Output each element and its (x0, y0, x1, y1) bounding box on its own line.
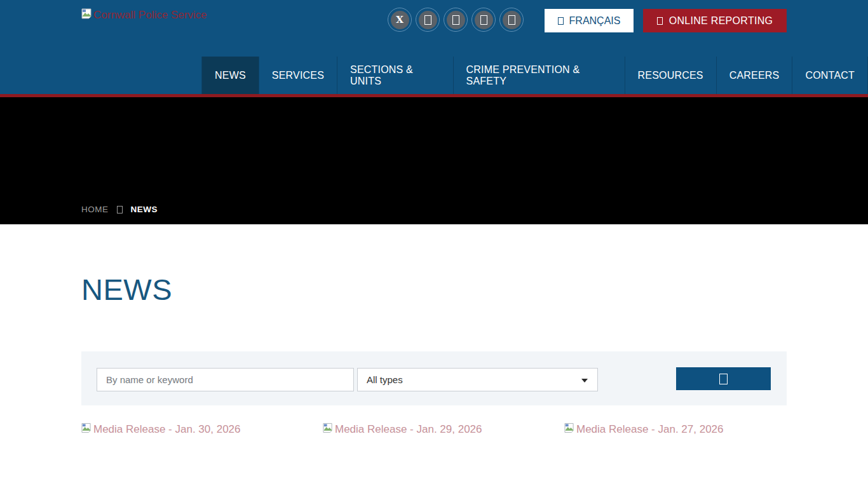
broken-image-icon (564, 423, 574, 436)
breadcrumb-home-link[interactable]: HOME (81, 205, 109, 214)
social-button-4[interactable] (471, 8, 496, 32)
social-icon-placeholder (447, 11, 465, 29)
site-header: Cornwall Police Service X FRANÇAIS ONLIN… (0, 0, 868, 94)
search-button[interactable] (676, 367, 771, 390)
type-select[interactable]: All types (357, 368, 598, 391)
social-icon-placeholder (503, 11, 521, 29)
chevron-right-icon-placeholder (117, 206, 123, 214)
hero-banner: HOME NEWS (0, 97, 868, 224)
broken-image-icon (323, 423, 333, 436)
media-release-link-1[interactable]: Media Release - Jan. 30, 2026 (81, 423, 241, 436)
media-release-title: Media Release - Jan. 29, 2026 (335, 423, 482, 436)
media-release-title: Media Release - Jan. 30, 2026 (93, 423, 241, 436)
nav-item-crime-prevention[interactable]: CRIME PREVENTION & SAFETY (454, 57, 625, 94)
social-button-5[interactable] (499, 8, 524, 32)
news-card: Media Release - Jan. 29, 2026 (323, 423, 564, 436)
breadcrumb-current: NEWS (131, 205, 158, 214)
chevron-down-icon (581, 379, 588, 383)
main-nav: NEWS SERVICES SECTIONS & UNITS CRIME PRE… (201, 57, 868, 94)
keyword-search-input[interactable] (97, 368, 354, 391)
news-card: Media Release - Jan. 27, 2026 (564, 423, 806, 436)
nav-item-resources[interactable]: RESOURCES (625, 57, 717, 94)
news-results: Media Release - Jan. 30, 2026 Media Rele… (81, 423, 806, 436)
nav-item-careers[interactable]: CAREERS (717, 57, 793, 94)
news-card: Media Release - Jan. 30, 2026 (81, 423, 323, 436)
francais-button[interactable]: FRANÇAIS (545, 9, 634, 32)
nav-item-contact[interactable]: CONTACT (792, 57, 868, 94)
nav-item-sections-units[interactable]: SECTIONS & UNITS (337, 57, 454, 94)
news-filter-panel: All types (81, 351, 787, 405)
search-icon-placeholder (719, 374, 728, 384)
nav-item-news[interactable]: NEWS (201, 57, 259, 94)
media-release-title: Media Release - Jan. 27, 2026 (576, 423, 724, 436)
francais-label: FRANÇAIS (569, 15, 621, 27)
nav-item-services[interactable]: SERVICES (259, 57, 337, 94)
social-button-2[interactable] (416, 8, 440, 32)
broken-image-icon (81, 423, 92, 436)
logo-alt-text: Cornwall Police Service (93, 8, 207, 22)
social-icon-placeholder (419, 11, 437, 29)
breadcrumb: HOME NEWS (81, 205, 158, 214)
media-release-link-3[interactable]: Media Release - Jan. 27, 2026 (564, 423, 724, 436)
type-select-value: All types (367, 374, 403, 385)
x-icon: X (391, 11, 409, 29)
report-icon-placeholder (657, 17, 663, 25)
online-reporting-label: ONLINE REPORTING (669, 15, 773, 27)
globe-icon-placeholder (558, 17, 564, 25)
broken-image-icon (81, 8, 92, 22)
social-links: X (388, 8, 524, 32)
social-icon-placeholder (475, 11, 493, 29)
x-social-button[interactable]: X (388, 8, 412, 32)
media-release-link-2[interactable]: Media Release - Jan. 29, 2026 (323, 423, 482, 436)
site-logo-link[interactable]: Cornwall Police Service (81, 8, 213, 22)
social-button-3[interactable] (444, 8, 468, 32)
online-reporting-button[interactable]: ONLINE REPORTING (643, 9, 787, 32)
page-title: NEWS (81, 272, 172, 307)
